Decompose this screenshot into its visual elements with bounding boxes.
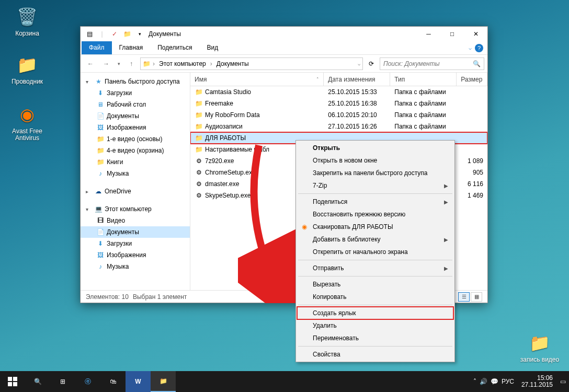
col-size[interactable]: Размер (457, 73, 487, 86)
tree-desktop[interactable]: 🖥Рабочий стол (81, 99, 190, 110)
file-row[interactable]: 📁Аудиозаписи27.10.2015 16:26Папка с файл… (190, 121, 487, 132)
tree-v1[interactable]: 📁1-е видео (основы) (81, 133, 190, 145)
tree-books[interactable]: 📁Книги (81, 156, 190, 168)
ribbon-expand-icon[interactable]: ⌵ (469, 45, 472, 51)
col-type[interactable]: Тип (390, 73, 457, 86)
tree-pictures[interactable]: 🖼Изображения (81, 122, 190, 133)
folder-icon: 📁 (143, 60, 151, 67)
recycle-bin-icon[interactable]: 🗑️Корзина (7, 4, 47, 37)
breadcrumb-docs[interactable]: Документы (214, 60, 251, 67)
avast-shortcut[interactable]: ◉Avast Free Antivirus (7, 102, 47, 142)
back-button[interactable]: ← (84, 57, 97, 71)
forward-button[interactable]: → (99, 57, 113, 71)
search-input[interactable] (383, 60, 473, 67)
tray-notifications-icon[interactable]: ▭ (560, 378, 566, 385)
tree-videos[interactable]: 🎞Видео (81, 215, 190, 226)
explorer-shortcut[interactable]: 📁Проводник (7, 52, 47, 85)
qat-folder-icon[interactable]: 📁 (121, 28, 133, 40)
ctx-open-new[interactable]: Открыть в новом окне (297, 154, 453, 167)
taskview-button[interactable]: ⊞ (50, 371, 75, 392)
qat-dropdown-icon[interactable]: ▾ (134, 28, 145, 40)
titlebar[interactable]: ▤ | ✓ 📁 ▾ Документы ─ □ ✕ (81, 27, 487, 41)
ctx-properties[interactable]: Свойства (297, 348, 453, 361)
start-button[interactable] (0, 371, 25, 392)
ctx-cut[interactable]: Вырезать (297, 278, 453, 291)
tree-this-pc[interactable]: ▾💻Этот компьютер (81, 203, 190, 215)
tree-downloads2[interactable]: ⬇Загрузки (81, 238, 190, 249)
tree-onedrive[interactable]: ▸☁OneDrive (81, 186, 190, 197)
taskbar[interactable]: 🔍 ⊞ ⓔ 🛍 W 📁 ˄ 🔊 💬 РУС 15:0627.11.2015 ▭ (0, 371, 569, 392)
column-headers[interactable]: Имя ˄ Дата изменения Тип Размер (190, 73, 487, 86)
tree-downloads[interactable]: ⬇Загрузки (81, 87, 190, 99)
help-icon[interactable]: ? (475, 44, 483, 52)
ctx-library[interactable]: Добавить в библиотеку▶ (297, 233, 453, 246)
tray-action-icon[interactable]: 💬 (491, 378, 498, 385)
col-date[interactable]: Дата изменения (324, 73, 390, 86)
tree-pictures2[interactable]: 🖼Изображения (81, 249, 190, 261)
ctx-separator (298, 346, 452, 347)
col-name[interactable]: Имя ˄ (190, 73, 324, 86)
tray-clock[interactable]: 15:0627.11.2015 (517, 375, 557, 388)
explorer-taskbar-button[interactable]: 📁 (151, 371, 176, 392)
svg-rect-0 (8, 377, 12, 381)
chevron-right-icon: ▶ (444, 237, 448, 243)
chevron-right-icon: ▶ (444, 266, 448, 271)
view-details-button[interactable]: ☰ (458, 292, 470, 302)
refresh-button[interactable]: ⟳ (365, 57, 378, 70)
ctx-unpin[interactable]: Открепить от начального экрана (297, 246, 453, 258)
minimize-button[interactable]: ─ (417, 27, 440, 41)
status-count: Элементов: 10 (86, 293, 129, 301)
chevron-right-icon[interactable]: › (210, 60, 212, 67)
chevron-right-icon[interactable]: › (153, 60, 155, 67)
tab-file[interactable]: Файл (82, 41, 112, 54)
ctx-copy[interactable]: Копировать (297, 291, 453, 303)
status-selection: Выбран 1 элемент (133, 293, 187, 301)
ctx-restore[interactable]: Восстановить прежнюю версию (297, 208, 453, 221)
tab-share[interactable]: Поделиться (150, 41, 199, 54)
ctx-scan[interactable]: ◉Сканировать ДЛЯ РАБОТЫ (297, 221, 453, 233)
word-button[interactable]: W (126, 371, 151, 392)
navigation-pane[interactable]: ▾★Панель быстрого доступа ⬇Загрузки 🖥Раб… (81, 73, 190, 290)
tab-home[interactable]: Главная (112, 41, 151, 54)
ctx-separator (298, 305, 452, 305)
up-button[interactable]: ↑ (124, 57, 138, 71)
ctx-rename[interactable]: Переименовать (297, 332, 453, 344)
folder-shortcut[interactable]: 📁запись видео (520, 330, 560, 363)
ctx-share[interactable]: Поделиться▶ (297, 195, 453, 208)
ctx-delete[interactable]: Удалить (297, 319, 453, 332)
address-dropdown-icon[interactable]: ⌵ (358, 61, 360, 66)
file-row[interactable]: 📁Freemake25.10.2015 16:38Папка с файлами (190, 98, 487, 109)
tray-volume-icon[interactable]: 🔊 (480, 378, 487, 385)
search-box[interactable]: 🔍 (380, 57, 484, 70)
ctx-pin-qa[interactable]: Закрепить на панели быстрого доступа (297, 167, 453, 179)
address-bar[interactable]: 📁 › Этот компьютер › Документы ⌵ (140, 57, 363, 70)
tree-documents2[interactable]: 📄Документы (81, 226, 190, 238)
tree-v4[interactable]: 📁4-е видео (корзина) (81, 145, 190, 156)
tree-music[interactable]: ♪Музыка (81, 168, 190, 179)
tray-lang[interactable]: РУС (502, 378, 514, 385)
tree-documents[interactable]: 📄Документы (81, 110, 190, 122)
ctx-open[interactable]: Открыть (297, 142, 453, 154)
tab-view[interactable]: Вид (199, 41, 225, 54)
search-icon: 🔍 (473, 60, 481, 67)
view-icons-button[interactable]: ▦ (471, 292, 482, 302)
ctx-create-shortcut[interactable]: Создать ярлык (297, 307, 453, 319)
ctx-send[interactable]: Отправить▶ (297, 262, 453, 274)
chevron-right-icon: ▶ (444, 183, 448, 189)
qat-new-icon[interactable]: ✓ (109, 28, 120, 40)
tree-quick-access[interactable]: ▾★Панель быстрого доступа (81, 76, 190, 87)
file-row[interactable]: 📁Camtasia Studio25.10.2015 15:33Папка с … (190, 86, 487, 98)
ctx-7zip[interactable]: 7-Zip▶ (297, 179, 453, 192)
recent-dropdown[interactable]: ▾ (115, 57, 122, 71)
maximize-button[interactable]: □ (440, 27, 464, 41)
search-button[interactable]: 🔍 (25, 371, 50, 392)
tray-up-icon[interactable]: ˄ (473, 378, 476, 385)
tree-music2[interactable]: ♪Музыка (81, 261, 190, 272)
close-button[interactable]: ✕ (464, 27, 487, 41)
store-button[interactable]: 🛍 (100, 371, 126, 392)
context-menu: Открыть Открыть в новом окне Закрепить н… (295, 140, 455, 362)
edge-button[interactable]: ⓔ (75, 371, 100, 392)
breadcrumb-pc[interactable]: Этот компьютер (157, 60, 208, 67)
qat-properties-icon[interactable]: ▤ (84, 28, 95, 40)
file-row[interactable]: 📁My RoboForm Data06.10.2015 20:10Папка с… (190, 109, 487, 121)
